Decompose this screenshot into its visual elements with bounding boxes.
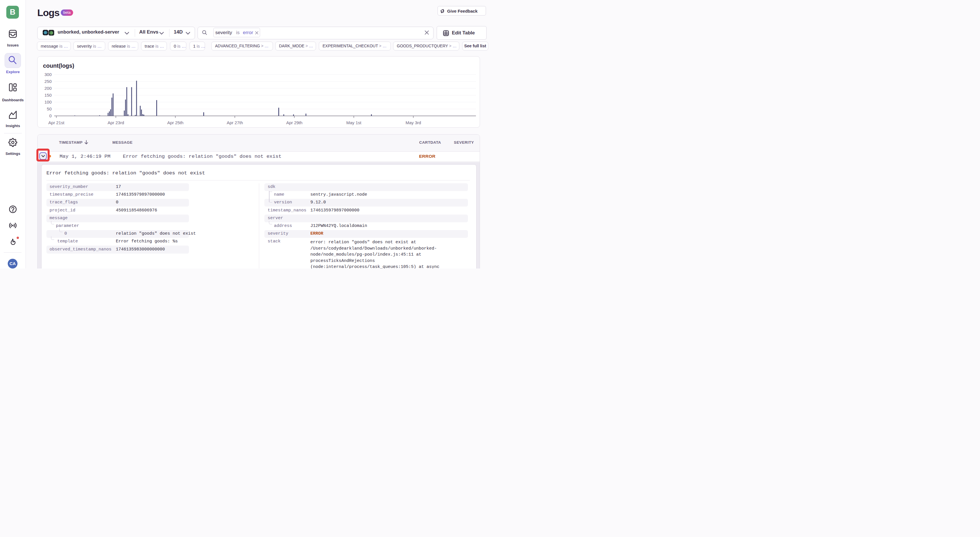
svg-text:150: 150 bbox=[45, 92, 52, 97]
svg-text:250: 250 bbox=[45, 79, 52, 84]
svg-text:May 1st: May 1st bbox=[346, 120, 361, 125]
svg-text:Apr 29th: Apr 29th bbox=[286, 120, 302, 125]
svg-text:Apr 21st: Apr 21st bbox=[48, 120, 65, 125]
svg-text:Apr 25th: Apr 25th bbox=[167, 120, 183, 125]
svg-text:Apr 27th: Apr 27th bbox=[227, 120, 243, 125]
svg-text:0: 0 bbox=[49, 113, 52, 118]
svg-text:200: 200 bbox=[45, 86, 52, 91]
svg-text:100: 100 bbox=[45, 100, 52, 104]
svg-text:Apr 23rd: Apr 23rd bbox=[108, 120, 124, 125]
svg-text:300: 300 bbox=[45, 72, 52, 77]
svg-text:May 3rd: May 3rd bbox=[406, 120, 421, 125]
svg-text:50: 50 bbox=[47, 107, 52, 111]
